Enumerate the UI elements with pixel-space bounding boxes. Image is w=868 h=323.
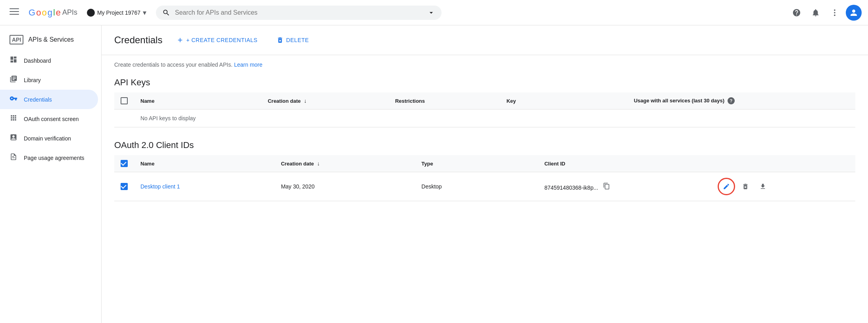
topbar: Google APIs My Project 19767 ▾	[0, 0, 868, 25]
sidebar-item-label: Credentials	[24, 96, 52, 103]
oauth-title: OAuth 2.0 Client IDs	[114, 140, 855, 150]
oauth-row-checkbox-cell	[114, 172, 134, 201]
svg-point-5	[834, 14, 835, 16]
project-chevron-icon: ▾	[143, 8, 146, 17]
project-selector[interactable]: My Project 19767 ▾	[84, 6, 150, 19]
sidebar-item-label: Dashboard	[24, 58, 51, 64]
select-all-apikeys-checkbox[interactable]	[121, 97, 128, 104]
oauth-row: Desktop client 1 May 30, 2020 Desktop 87…	[114, 172, 855, 201]
api-keys-title: API Keys	[114, 77, 855, 88]
api-badge: API	[10, 35, 23, 44]
google-logo: Google APIs	[29, 8, 77, 18]
oauth-row-type-cell: Desktop	[415, 172, 538, 201]
learn-more-link[interactable]: Learn more	[234, 62, 263, 68]
oauth-row-date-cell: May 30, 2020	[275, 172, 415, 201]
th-oauth-type: Type	[415, 155, 538, 172]
edit-oauth-button[interactable]	[718, 178, 735, 195]
oauth-row-name-cell: Desktop client 1	[134, 172, 275, 201]
library-icon	[10, 75, 17, 85]
notifications-icon-btn[interactable]	[808, 5, 824, 21]
oauth-row-actions-cell	[711, 172, 855, 201]
sidebar-item-library[interactable]: Library	[0, 70, 98, 90]
api-keys-empty-row: No API keys to display	[114, 110, 855, 127]
page-usage-icon	[10, 153, 17, 163]
app-layout: API APIs & Services Dashboard Library Cr…	[0, 25, 868, 323]
download-oauth-button[interactable]	[756, 179, 770, 194]
svg-rect-0	[10, 8, 19, 9]
th-apikeys-restrictions: Restrictions	[389, 92, 500, 110]
sidebar-item-label: Page usage agreements	[24, 155, 84, 161]
svg-point-4	[834, 12, 835, 13]
th-oauth-actions	[711, 155, 855, 172]
project-dot-icon	[87, 9, 95, 17]
more-options-icon-btn[interactable]	[827, 5, 843, 21]
sidebar-item-page-usage[interactable]: Page usage agreements	[0, 148, 98, 167]
th-apikeys-creation-date[interactable]: Creation date ↓	[261, 92, 389, 110]
api-keys-table: Name Creation date ↓ Restrictions	[114, 92, 855, 127]
page-header: Credentials + CREATE CREDENTIALS DELETE	[102, 25, 868, 55]
select-all-oauth-checkbox[interactable]	[121, 160, 128, 167]
th-oauth-name: Name	[134, 155, 275, 172]
th-oauth-checkbox	[114, 155, 134, 172]
sort-arrow-icon: ↓	[304, 98, 307, 104]
search-input[interactable]	[175, 9, 422, 16]
oauth-row-action-icons	[718, 178, 849, 195]
th-apikeys-usage: Usage with all services (last 30 days) ?	[628, 92, 855, 110]
domain-icon	[10, 133, 17, 143]
page-body: Create credentials to access your enable…	[102, 55, 868, 220]
oauth-client-name-link[interactable]: Desktop client 1	[140, 183, 180, 190]
th-oauth-creation-date[interactable]: Creation date ↓	[275, 155, 415, 172]
menu-icon[interactable]	[6, 4, 22, 21]
create-credentials-button[interactable]: + CREATE CREDENTIALS	[172, 33, 262, 47]
delete-label: DELETE	[286, 37, 309, 43]
sidebar-item-label: OAuth consent screen	[24, 116, 79, 122]
help-icon-btn[interactable]	[789, 5, 805, 21]
search-dropdown-icon[interactable]	[427, 9, 435, 17]
project-name: My Project 19767	[97, 10, 140, 16]
oauth-icon	[10, 114, 17, 124]
sidebar-item-label: Domain verification	[24, 135, 71, 142]
delete-button[interactable]: DELETE	[272, 33, 313, 47]
delete-oauth-button[interactable]	[738, 179, 753, 194]
avatar[interactable]	[846, 5, 862, 21]
search-icon	[162, 9, 170, 17]
oauth-row-client-id-cell: 874591480368-ik8p...	[538, 172, 711, 201]
th-apikeys-checkbox	[114, 92, 134, 110]
key-icon	[10, 94, 17, 104]
th-apikeys-name: Name	[134, 92, 261, 110]
api-keys-empty-message: No API keys to display	[140, 115, 196, 121]
sidebar-item-oauth[interactable]: OAuth consent screen	[0, 109, 98, 129]
oauth-table: Name Creation date ↓ Type Client	[114, 155, 855, 201]
sidebar-item-dashboard[interactable]: Dashboard	[0, 51, 98, 70]
sort-arrow-oauth-icon: ↓	[317, 160, 320, 167]
sidebar-header: API APIs & Services	[0, 32, 101, 51]
page-title: Credentials	[114, 35, 162, 46]
sidebar-item-domain[interactable]: Domain verification	[0, 129, 98, 148]
svg-point-3	[834, 9, 835, 11]
copy-client-id-icon[interactable]	[603, 185, 610, 191]
main-content: Credentials + CREATE CREDENTIALS DELETE …	[102, 25, 868, 323]
svg-rect-2	[10, 14, 19, 15]
dashboard-icon	[10, 56, 17, 65]
sidebar: API APIs & Services Dashboard Library Cr…	[0, 25, 102, 323]
create-credentials-label: + CREATE CREDENTIALS	[186, 37, 257, 43]
topbar-actions	[789, 5, 862, 21]
sidebar-item-credentials[interactable]: Credentials	[0, 90, 98, 109]
usage-help-icon[interactable]: ?	[728, 97, 735, 104]
th-oauth-client-id: Client ID	[538, 155, 711, 172]
subtitle-text: Create credentials to access your enable…	[114, 62, 855, 68]
oauth-row-checkbox[interactable]	[121, 183, 128, 190]
svg-rect-1	[10, 11, 19, 12]
sidebar-header-title: APIs & Services	[28, 36, 74, 43]
sidebar-item-label: Library	[24, 77, 41, 83]
th-apikeys-key: Key	[500, 92, 628, 110]
search-bar	[156, 6, 442, 20]
